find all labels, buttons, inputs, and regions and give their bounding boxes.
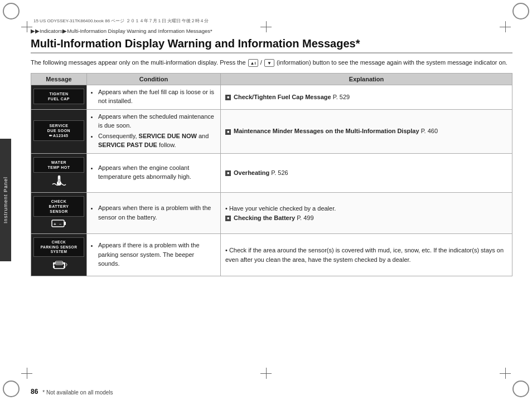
svg-point-14	[64, 265, 65, 266]
ref-icon: ■	[225, 170, 231, 176]
ref-icon: ■	[225, 216, 231, 221]
condition-item: Appears when there is a problem with the…	[98, 203, 216, 222]
explanation-cell-parking: • Check if the area around the sensor(s)…	[221, 234, 512, 276]
message-display-fuel-cap: TIGHTENFUEL CAP	[33, 89, 84, 104]
table-row: SERVICEDUE SOON✏A12345 Appears when the …	[31, 109, 512, 153]
table-header-row: Message Condition Explanation	[31, 73, 512, 85]
svg-rect-9	[53, 262, 55, 265]
intro-text: The following messages appear only on th…	[31, 58, 512, 67]
table-row: TIGHTENFUEL CAP Appears when the fuel fi…	[31, 85, 512, 109]
page-title: Multi-Information Display Warning and In…	[31, 37, 512, 53]
condition-cell-parking: Appears if there is a problem with the p…	[87, 234, 221, 276]
file-info: 15 US ODYSSEY-31TK86400.book 86 ページ ２０１４…	[33, 18, 209, 24]
footer-note: * Not available on all models	[42, 389, 113, 396]
explanation-page: P. 460	[421, 128, 438, 134]
svg-rect-11	[53, 266, 55, 268]
side-tab: Instrument Panel	[0, 139, 11, 261]
corner-circle-bl	[3, 381, 20, 397]
message-cell-fuel-cap: TIGHTENFUEL CAP	[31, 85, 87, 109]
condition-item: Appears when the scheduled maintenance i…	[98, 112, 216, 130]
condition-item: Appears if there is a problem with the p…	[98, 241, 216, 269]
explanation-cell-service: ■ Maintenance Minder Messages on the Mul…	[221, 109, 512, 153]
explanation-link-text: Maintenance Minder Messages on the Multi…	[234, 128, 419, 134]
svg-rect-2	[59, 179, 60, 183]
svg-text:+: +	[54, 222, 56, 227]
corner-circle-tr	[512, 3, 529, 19]
explanation-text: • Check if the area around the sensor(s)…	[225, 247, 504, 263]
explanation-page: P. 529	[333, 94, 350, 100]
condition-item: Appears when the engine coolant temperat…	[98, 163, 216, 182]
explanation-page: P. 499	[297, 214, 313, 221]
intro-text-end: (information) button to see the message …	[277, 59, 507, 66]
col-header-explanation: Explanation	[221, 73, 512, 85]
corner-circle-br	[512, 381, 529, 397]
message-display-battery: CHECKBATTERYSENSOR	[33, 196, 84, 217]
col-header-condition: Condition	[87, 73, 221, 85]
info-table: Message Condition Explanation TIGHTENFUE…	[31, 73, 512, 277]
parking-sensor-icon	[33, 258, 84, 272]
condition-cell-battery: Appears when there is a problem with the…	[87, 192, 221, 233]
intro-text-start: The following messages appear only on th…	[31, 59, 246, 66]
corner-circle-tl	[3, 3, 20, 19]
footer: 86 * Not available on all models	[31, 388, 512, 396]
breadcrumb: ▶▶Indicators▶Multi-Information Display W…	[31, 28, 512, 34]
explanation-cell-water-temp: ■ Overheating P. 526	[221, 153, 512, 192]
message-cell-water-temp: WATERTEMP HOT	[31, 153, 87, 192]
table-row: WATERTEMP HOT	[31, 153, 512, 192]
message-display-parking: CHECKPARKING SENSORSYSTEM	[33, 237, 84, 257]
message-display-water-temp: WATERTEMP HOT	[33, 157, 84, 173]
condition-item: Consequently, SERVICE DUE NOW and SERVIC…	[98, 131, 216, 150]
explanation-cell-fuel-cap: ■ Check/Tighten Fuel Cap Message P. 529	[221, 85, 512, 109]
explanation-link-text: Check/Tighten Fuel Cap Message	[234, 94, 331, 100]
info-button-down-icon: ▼	[264, 59, 274, 67]
svg-point-13	[64, 264, 65, 265]
condition-cell-service: Appears when the scheduled maintenance i…	[87, 109, 221, 153]
message-cell-battery: CHECKBATTERYSENSOR + −	[31, 192, 87, 233]
explanation-link-text: Overheating	[234, 169, 269, 176]
condition-cell-water-temp: Appears when the engine coolant temperat…	[87, 153, 221, 192]
message-display-service: SERVICEDUE SOON✏A12345	[33, 120, 84, 141]
battery-icon: + −	[33, 218, 84, 230]
svg-rect-4	[64, 222, 66, 225]
message-cell-service: SERVICEDUE SOON✏A12345	[31, 109, 87, 153]
explanation-page: P. 526	[271, 169, 288, 176]
explanation-text-part1: • Have your vehicle checked by a dealer.	[225, 205, 336, 212]
info-button-up-icon: ▲i	[248, 59, 258, 67]
page-wrapper: 15 US ODYSSEY-31TK86400.book 86 ページ ２０１４…	[0, 0, 532, 400]
explanation-cell-battery: • Have your vehicle checked by a dealer.…	[221, 192, 512, 233]
explanation-link-text: Checking the Battery	[234, 214, 295, 221]
svg-text:−: −	[59, 222, 62, 227]
col-header-message: Message	[31, 73, 87, 85]
page-number: 86	[31, 388, 38, 396]
condition-item: Appears when the fuel fill cap is loose …	[98, 87, 216, 106]
table-row: CHECKPARKING SENSORSYSTEM	[31, 234, 512, 276]
water-temp-icon	[33, 174, 84, 189]
ref-icon: ■	[225, 129, 231, 135]
side-tab-label: Instrument Panel	[3, 177, 8, 223]
main-content: ▶▶Indicators▶Multi-Information Display W…	[31, 28, 512, 375]
svg-rect-12	[64, 266, 65, 268]
table-row: CHECKBATTERYSENSOR + −	[31, 192, 512, 233]
ref-icon: ■	[225, 95, 231, 100]
message-cell-parking: CHECKPARKING SENSORSYSTEM	[31, 234, 87, 276]
condition-cell-fuel-cap: Appears when the fuel fill cap is loose …	[87, 85, 221, 109]
